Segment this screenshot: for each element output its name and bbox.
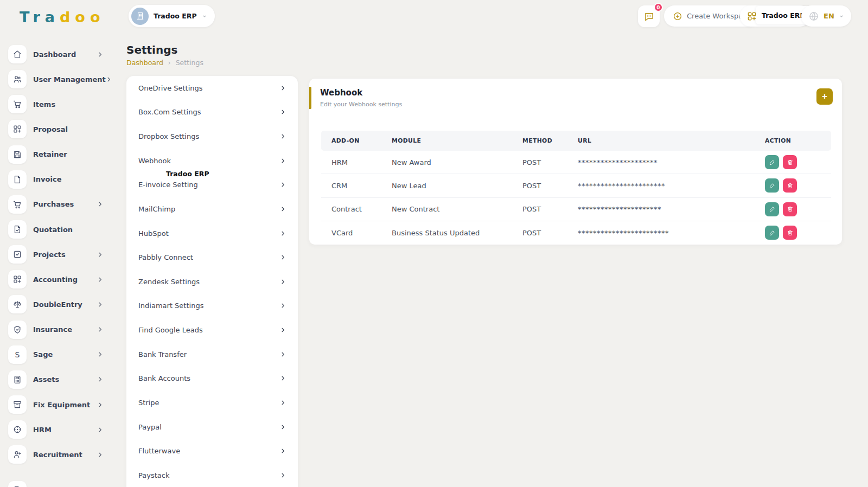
table-row: CRM New Lead POST **********************… xyxy=(321,174,831,197)
sidebar-item-hrm[interactable]: HRM xyxy=(0,417,115,442)
settings-menu-item-find-google-leads[interactable]: Find Google Leads xyxy=(126,318,298,342)
sidebar-item-recruitment[interactable]: Recruitment xyxy=(0,442,115,467)
sidebar-item-user-management[interactable]: User Management xyxy=(0,67,115,92)
sidebar-item-items[interactable]: Items xyxy=(0,92,115,117)
add-webhook-button[interactable]: + xyxy=(816,88,833,105)
sidebar-item-retainer[interactable]: Retainer xyxy=(0,142,115,167)
edit-button[interactable] xyxy=(765,178,779,193)
delete-button[interactable] xyxy=(783,178,797,193)
sidebar-item-doubleentry[interactable]: DoubleEntry xyxy=(0,292,115,317)
table-row: VCard Business Status Updated POST *****… xyxy=(321,221,831,244)
grid-plus-icon xyxy=(8,270,27,289)
chevron-right-icon xyxy=(280,327,286,333)
brand-logo-letter: a xyxy=(45,9,60,25)
module-cell: New Contract xyxy=(381,205,512,213)
settings-menu-item-onedrive-settings[interactable]: OneDrive Settings xyxy=(126,76,298,100)
module-cell: New Award xyxy=(381,158,512,166)
delete-button[interactable] xyxy=(783,202,797,216)
webhook-table-body: HRM New Award POST *********************… xyxy=(321,151,831,244)
sidebar-item-partial[interactable] xyxy=(0,478,115,487)
chevron-right-icon xyxy=(280,109,286,115)
sidebar-item-sage[interactable]: S Sage xyxy=(0,342,115,367)
sidebar-item-fix-equipment[interactable]: Fix Equipment xyxy=(0,392,115,417)
messages-button[interactable]: 0 xyxy=(638,5,660,27)
action-cell xyxy=(755,155,831,169)
settings-menu-item-label: Indiamart Settings xyxy=(138,302,203,310)
file-icon xyxy=(8,170,27,189)
sidebar-item-proposal[interactable]: Proposal xyxy=(0,117,115,142)
webhook-title: Webhook xyxy=(320,88,362,98)
brand-logo-letter: T xyxy=(20,9,33,25)
breadcrumb-current: Settings xyxy=(176,59,203,67)
settings-menu-item-webhook[interactable]: Webhook xyxy=(126,149,298,173)
webhook-subtitle: Edit your Webhook settings xyxy=(320,101,402,108)
breadcrumb-separator: › xyxy=(168,59,171,67)
plan-button[interactable]: P Tradoo ERP xyxy=(740,5,810,27)
settings-menu-item-pabbly-connect[interactable]: Pabbly Connect xyxy=(126,245,298,270)
edit-button[interactable] xyxy=(765,226,779,240)
delete-button[interactable] xyxy=(783,155,797,169)
chat-icon xyxy=(643,11,655,22)
settings-menu-item-dropbox-settings[interactable]: Dropbox Settings xyxy=(126,124,298,149)
sidebar-item-invoice[interactable]: Invoice xyxy=(0,167,115,192)
sidebar-item-purchases[interactable]: Purchases xyxy=(0,192,115,217)
breadcrumb: Dashboard › Settings xyxy=(126,59,203,67)
settings-menu-item-paypal[interactable]: Paypal xyxy=(126,415,298,439)
edit-button[interactable] xyxy=(765,202,779,216)
trash-icon xyxy=(787,182,794,189)
sidebar-item-label: DoubleEntry xyxy=(33,300,97,309)
shield-check-icon xyxy=(8,321,27,339)
chevron-right-icon xyxy=(280,448,286,454)
chevron-right-icon xyxy=(280,158,286,164)
addon-cell: VCard xyxy=(321,229,381,237)
language-selector[interactable]: EN xyxy=(801,5,851,27)
sidebar-item-accounting[interactable]: Accounting xyxy=(0,267,115,292)
sidebar-item-quotation[interactable]: Quotation xyxy=(0,217,115,242)
workspace-selector[interactable]: Tradoo ERP xyxy=(129,5,215,27)
delete-button[interactable] xyxy=(783,226,797,240)
settings-menu-item-label: Paystack xyxy=(138,471,169,479)
settings-menu-item-box-com-settings[interactable]: Box.Com Settings xyxy=(126,100,298,125)
settings-menu-item-flutterwave[interactable]: Flutterwave xyxy=(126,439,298,463)
settings-menu-item-paystack[interactable]: Paystack xyxy=(126,463,298,487)
breadcrumb-dashboard-link[interactable]: Dashboard xyxy=(126,59,163,67)
file-check-icon xyxy=(8,220,27,239)
sidebar-item-insurance[interactable]: Insurance xyxy=(0,317,115,342)
settings-menu-item-bank-accounts[interactable]: Bank Accounts xyxy=(126,367,298,391)
pencil-icon xyxy=(769,182,776,189)
sidebar-item-projects[interactable]: Projects xyxy=(0,242,115,267)
sidebar-item-label: Accounting xyxy=(33,275,97,284)
settings-menu-item-indiamart-settings[interactable]: Indiamart Settings xyxy=(126,294,298,318)
settings-menu-item-mailchimp[interactable]: MailChimp xyxy=(126,197,298,221)
sidebar-item-label: Dashboard xyxy=(33,50,97,59)
settings-menu-item-hubspot[interactable]: HubSpot xyxy=(126,221,298,246)
settings-menu-item-zendesk-settings[interactable]: Zendesk Settings xyxy=(126,270,298,294)
chevron-right-icon xyxy=(280,182,286,188)
settings-menu-item-label: Flutterwave xyxy=(138,447,180,455)
brand-logo: Tradoo xyxy=(20,9,105,25)
sidebar-item-assets[interactable]: Assets xyxy=(0,367,115,392)
cart-icon xyxy=(8,95,27,113)
settings-menu-item-e-invoice-setting[interactable]: E-invoice Setting xyxy=(126,173,298,197)
sidebar-item-dashboard[interactable]: Dashboard xyxy=(0,42,115,67)
module-cell: New Lead xyxy=(381,182,512,190)
chevron-right-icon xyxy=(280,85,286,91)
sidebar-item-label: Assets xyxy=(33,375,97,383)
chevron-right-icon xyxy=(280,133,286,139)
method-cell: POST xyxy=(512,229,567,237)
settings-menu-list: OneDrive Settings Box.Com Settings Dropb… xyxy=(126,76,298,487)
chevron-right-icon xyxy=(97,402,103,408)
page-title: Settings xyxy=(126,43,177,56)
module-cell: Business Status Updated xyxy=(381,229,512,237)
sidebar-item-label: Recruitment xyxy=(33,451,97,459)
edit-button[interactable] xyxy=(765,155,779,169)
chevron-right-icon xyxy=(97,351,103,357)
action-cell xyxy=(755,178,831,193)
url-cell: ************************ xyxy=(567,229,755,237)
settings-menu-item-bank-transfer[interactable]: Bank Transfer xyxy=(126,342,298,367)
brand-logo-letter: r xyxy=(33,9,44,25)
plus-circle-icon xyxy=(673,11,682,21)
settings-menu-item-stripe[interactable]: Stripe xyxy=(126,390,298,415)
settings-menu-item-label: Zendesk Settings xyxy=(138,278,200,286)
workspace-label: Tradoo ERP xyxy=(154,12,197,20)
